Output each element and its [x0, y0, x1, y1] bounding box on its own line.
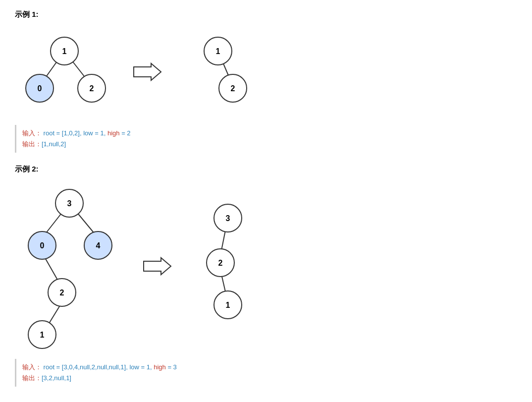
- example1-before-tree: 1 0 2: [15, 26, 114, 117]
- svg-text:2: 2: [90, 84, 94, 93]
- svg-text:4: 4: [96, 241, 101, 250]
- example1-output-line: 输出：[1,null,2]: [22, 139, 511, 150]
- svg-text:1: 1: [40, 331, 45, 339]
- svg-text:2: 2: [218, 259, 223, 267]
- svg-text:2: 2: [231, 84, 235, 93]
- svg-text:3: 3: [67, 199, 72, 208]
- example2-diagram: 3 0 4 2 1: [15, 181, 517, 351]
- example2: 示例 2: 3 0 4 2: [15, 165, 517, 387]
- svg-text:1: 1: [62, 47, 67, 56]
- example2-title: 示例 2:: [15, 165, 517, 174]
- example1: 示例 1: 1 0 2: [15, 10, 517, 153]
- example1-after-svg: 1 2: [178, 26, 258, 115]
- svg-text:3: 3: [226, 214, 230, 223]
- example1-output-value: [1,null,2]: [42, 140, 66, 148]
- svg-text:2: 2: [60, 288, 64, 297]
- example2-before-tree: 3 0 4 2 1: [15, 181, 124, 351]
- example2-before-svg: 3 0 4 2 1: [15, 181, 124, 349]
- example2-input-line: 输入： root = [3,0,4,null,2,null,null,1], l…: [22, 362, 511, 373]
- svg-text:1: 1: [226, 301, 230, 309]
- svg-text:0: 0: [38, 84, 42, 93]
- example2-arrow-svg: [139, 254, 173, 279]
- example2-output-value: [3,2,null,1]: [42, 374, 71, 382]
- example2-input-value: root = [3,0,4,null,2,null,null,1], low =…: [42, 363, 177, 371]
- example1-before-svg: 1 0 2: [15, 26, 114, 115]
- example2-output-line: 输出：[3,2,null,1]: [22, 373, 511, 384]
- svg-text:0: 0: [40, 241, 45, 250]
- example2-after-tree: 3 2 1: [188, 196, 267, 336]
- svg-marker-8: [134, 63, 161, 80]
- example1-after-tree: 1 2: [178, 26, 258, 117]
- example1-output-label: 输出：: [22, 140, 42, 148]
- example2-arrow: [139, 254, 173, 279]
- svg-marker-28: [144, 258, 171, 275]
- svg-text:1: 1: [216, 47, 220, 56]
- example2-info: 输入： root = [3,0,4,null,2,null,null,1], l…: [15, 359, 517, 387]
- example1-arrow-svg: [129, 59, 163, 84]
- example2-input-label: 输入：: [22, 363, 42, 371]
- example1-arrow: [129, 59, 163, 84]
- example1-input-value: root = [1,0,2], low = 1, high = 2: [42, 129, 131, 137]
- example1-input-line: 输入： root = [1,0,2], low = 1, high = 2: [22, 128, 511, 139]
- example1-info: 输入： root = [1,0,2], low = 1, high = 2 输出…: [15, 125, 517, 153]
- example2-output-label: 输出：: [22, 374, 42, 382]
- example1-diagram: 1 0 2 1 2: [15, 26, 517, 117]
- example1-title: 示例 1:: [15, 10, 517, 19]
- example1-input-label: 输入：: [22, 129, 42, 137]
- example2-after-svg: 3 2 1: [188, 196, 267, 335]
